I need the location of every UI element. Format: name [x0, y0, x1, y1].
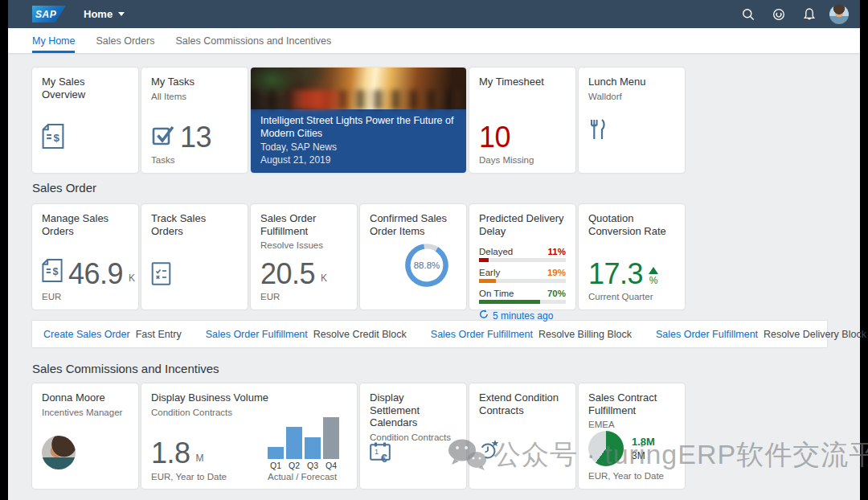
bar-q2	[286, 427, 302, 459]
bar-q1	[268, 447, 284, 459]
tile-footer: EUR, Year to Date	[151, 472, 227, 482]
link[interactable]: Sales Order Fulfillment	[656, 329, 758, 340]
home-menu-button[interactable]: Home	[84, 8, 125, 20]
link-resolve-credit-block: Sales Order Fulfillment Resolve Credit B…	[206, 329, 407, 340]
tile-track-sales-orders[interactable]: Track Sales Orders	[141, 204, 248, 309]
trend-up-icon	[649, 267, 658, 274]
commissions-tile-row: Donna Moore Incentives Manager Display B…	[32, 383, 836, 489]
tasks-count: 13	[180, 125, 211, 150]
tile-subtitle: All Items	[151, 92, 238, 101]
tile-title: Quotation Conversion Rate	[588, 212, 675, 237]
tile-extend-condition-contracts[interactable]: Extend Condition Contracts	[469, 383, 575, 489]
tile-confirmed-sales-order-items[interactable]: Confirmed Sales Order Items 88.8%	[360, 204, 466, 309]
chart-caption: Actual / Forecast	[268, 472, 339, 482]
user-avatar[interactable]	[829, 5, 849, 24]
tile-sales-order-fulfillment[interactable]: Sales Order Fulfillment Resolve Issues 2…	[251, 204, 357, 309]
kpi-unit: K	[129, 273, 135, 284]
tile-manage-sales-orders[interactable]: Manage Sales Orders $ 46.9 K EUR	[32, 204, 138, 309]
tile-title: Sales Order Fulfillment	[260, 212, 347, 237]
link[interactable]: Sales Order Fulfillment	[431, 329, 533, 340]
tab-my-home[interactable]: My Home	[32, 28, 75, 53]
link-list: Create Sales Order Fast Entry Sales Orde…	[32, 321, 827, 347]
tile-sales-contract-fulfillment[interactable]: Sales Contract Fulfillment EMEA 1.8M 3M …	[579, 383, 685, 489]
sales-order-tile-row: Manage Sales Orders $ 46.9 K EUR Track S…	[32, 204, 836, 309]
tile-title: Track Sales Orders	[151, 212, 238, 237]
tile-display-settlement-calendars[interactable]: Display Settlement Calendars Condition C…	[360, 383, 466, 489]
tile-subtitle: Walldorf	[588, 92, 675, 101]
donut-chart: 88.8%	[403, 242, 450, 289]
task-check-icon	[151, 122, 174, 149]
tile-title: Confirmed Sales Order Items	[370, 212, 457, 237]
trend-up-indicator: %	[649, 267, 658, 286]
cmp-label: Early	[479, 268, 500, 277]
bar-q4	[323, 417, 339, 459]
svg-text:$: $	[52, 266, 58, 277]
sap-logo[interactable]: SAP	[32, 6, 66, 23]
meal-icon	[588, 118, 675, 144]
bar-chart: Q1 Q2 Q3 Q4 Actual / Forecast	[268, 417, 339, 482]
cmp-value: 19%	[547, 268, 566, 277]
tile-quotation-conversion-rate[interactable]: Quotation Conversion Rate 17.3 % Current…	[579, 204, 685, 309]
settlement-calendar-icon: 1€	[370, 442, 457, 467]
sales-document-icon: $	[42, 259, 63, 285]
anchor-tabbar: My Home Sales Orders Sales Commissions a…	[8, 28, 860, 53]
tile-title: My Sales Overview	[42, 76, 129, 100]
tab-sales-commissions[interactable]: Sales Commissions and Incentives	[175, 28, 331, 53]
copilot-icon[interactable]	[768, 4, 789, 25]
cmp-value: 70%	[547, 289, 566, 298]
news-date: August 21, 2019	[260, 154, 457, 166]
tile-display-business-volume[interactable]: Display Business Volume Condition Contra…	[141, 383, 357, 489]
bar-q3	[305, 437, 321, 459]
kpi-value: 46.9	[68, 261, 123, 287]
kpi-unit: %	[649, 275, 658, 286]
group-heading-sales-order: Sales Order	[32, 181, 836, 195]
news-source: Today, SAP News	[260, 141, 457, 154]
bar-labels: Q1 Q2 Q3 Q4	[268, 461, 339, 470]
link-subtitle: Fast Entry	[136, 329, 182, 340]
tile-footer: Days Missing	[479, 155, 566, 165]
notifications-icon[interactable]	[799, 4, 820, 25]
refresh-label: 5 minutes ago	[493, 310, 553, 322]
sales-document-icon: $	[42, 124, 129, 152]
link[interactable]: Create Sales Order	[43, 329, 130, 340]
link[interactable]: Sales Order Fulfillment	[206, 329, 308, 340]
news-headline: Intelligent Street Lights Power the Futu…	[260, 114, 457, 141]
tile-lunch-menu[interactable]: Lunch Menu Walldorf	[579, 68, 685, 173]
link-subtitle: Resolve Delivery Block	[764, 329, 866, 340]
days-missing-count: 10	[479, 125, 510, 150]
launchpad-content: My Sales Overview $ My Tasks All Items 1…	[8, 53, 860, 489]
sap-logo-text: SAP	[32, 9, 56, 20]
cmp-label: Delayed	[479, 247, 513, 256]
refresh-status[interactable]: 5 minutes ago	[479, 309, 566, 322]
home-menu-label: Home	[84, 8, 113, 20]
chevron-down-icon	[118, 12, 125, 16]
group-heading-commissions: Sales Commissions and Incentives	[32, 362, 836, 375]
tile-my-sales-overview[interactable]: My Sales Overview $	[32, 68, 138, 173]
tile-donna-moore[interactable]: Donna Moore Incentives Manager	[32, 383, 138, 489]
tile-my-tasks[interactable]: My Tasks All Items 13 Tasks	[141, 68, 248, 173]
tile-footer: EUR, Year to Date	[588, 471, 675, 481]
tile-news[interactable]: Intelligent Street Lights Power the Futu…	[251, 68, 466, 173]
svg-text:€: €	[381, 452, 387, 464]
tile-footer: EUR	[260, 292, 347, 301]
tile-title: My Tasks	[151, 76, 238, 88]
kpi-unit: M	[196, 453, 204, 464]
tile-footer: EUR	[42, 292, 129, 301]
refresh-icon	[479, 309, 489, 322]
tile-subtitle: Incentives Manager	[42, 408, 129, 417]
tile-footer: Current Quarter	[588, 292, 675, 301]
tile-my-timesheet[interactable]: My Timesheet 10 Days Missing	[469, 68, 575, 173]
tile-predicted-delivery-delay[interactable]: Predicted Delivery Delay Delayed11% Earl…	[469, 204, 575, 309]
svg-text:1: 1	[375, 448, 379, 456]
search-icon[interactable]	[738, 4, 759, 25]
extend-contract-icon	[479, 438, 566, 463]
donut-percent-label: 88.8%	[403, 242, 450, 289]
tile-title: Display Settlement Calendars	[370, 391, 457, 429]
link-create-sales-order: Create Sales Order Fast Entry	[43, 329, 182, 340]
news-photo	[251, 68, 466, 109]
actual-value: 1.8M	[632, 436, 655, 448]
tile-title: Donna Moore	[42, 391, 129, 404]
tile-title: Predicted Delivery Delay	[479, 212, 566, 237]
link-resolve-billing-block: Sales Order Fulfillment Resolve Billing …	[431, 329, 632, 340]
tab-sales-orders[interactable]: Sales Orders	[96, 28, 154, 53]
